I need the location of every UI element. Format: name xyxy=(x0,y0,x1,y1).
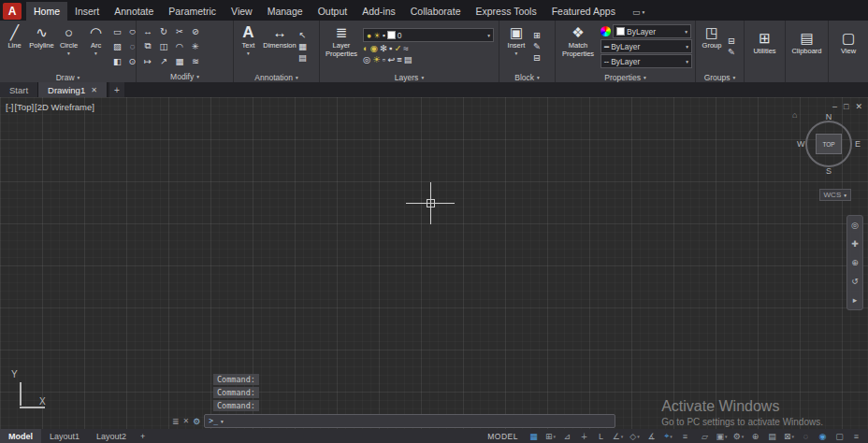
block-panel-label[interactable]: Block ▾ xyxy=(499,72,555,82)
layer-unisolate-button[interactable]: ◎ xyxy=(363,54,370,64)
lock-ui-icon[interactable]: ⊠▾ xyxy=(781,432,797,441)
pan-icon[interactable]: ✚ xyxy=(851,239,859,249)
view-panel-button[interactable]: ▢ View xyxy=(830,27,867,77)
ungroup-button[interactable]: ⊟ xyxy=(728,36,735,46)
move-button[interactable]: ↔ xyxy=(140,24,155,38)
arc-button[interactable]: ◠ Arc ▾ xyxy=(83,21,108,71)
workspace-switching-icon[interactable]: ⚙▾ xyxy=(731,432,746,441)
transparency-display-icon[interactable]: ▱ xyxy=(697,432,713,441)
viewcube-east[interactable]: E xyxy=(855,139,861,149)
hatch-button[interactable]: ▨ xyxy=(110,39,124,53)
infer-constraints-icon[interactable]: ⊿ xyxy=(559,432,575,441)
markup-button[interactable]: ▤ xyxy=(298,52,307,63)
clean-screen-icon[interactable]: ▢ xyxy=(832,432,847,441)
ortho-mode-icon[interactable]: L xyxy=(593,432,609,441)
layer-thaw-button[interactable]: ☀ xyxy=(372,54,381,64)
viewport-restore-icon[interactable]: □ xyxy=(844,102,848,111)
viewport-minimize-icon[interactable]: – xyxy=(832,102,837,111)
viewport-visual-style-control[interactable]: [2D Wireframe] xyxy=(35,102,94,112)
fillet-button[interactable]: ◠ xyxy=(172,39,187,53)
ribbon-display-toggle[interactable]: ▭ ▾ xyxy=(629,4,648,21)
offset-button[interactable]: ≋ xyxy=(188,54,203,68)
text-button[interactable]: A Text ▾ xyxy=(236,21,261,71)
isolate-objects-icon[interactable]: ◌ xyxy=(798,432,814,441)
trim-button[interactable]: ✂ xyxy=(172,24,187,38)
autocad-logo-icon[interactable]: A xyxy=(3,3,22,20)
layer-freeze-button[interactable]: ✻ xyxy=(380,43,387,53)
block-edit-button[interactable]: ✎ xyxy=(533,41,541,51)
modify-panel-label[interactable]: Modify ▾ xyxy=(137,71,233,82)
viewcube-north[interactable]: N xyxy=(826,112,832,121)
close-file-tab-icon[interactable]: ✕ xyxy=(91,86,97,94)
multileader-button[interactable]: ↖ xyxy=(298,30,307,40)
model-space-label[interactable]: MODEL xyxy=(487,432,518,441)
layer-previous-button[interactable]: ↩ xyxy=(387,54,395,64)
layer-isolate-button[interactable]: ◉ xyxy=(370,43,378,53)
menu-tab-output[interactable]: Output xyxy=(311,2,355,21)
layout2-tab[interactable]: Layout2 xyxy=(88,429,135,443)
viewport-view-control[interactable]: [Top] xyxy=(14,102,34,112)
file-tab-start[interactable]: Start xyxy=(0,82,38,97)
new-drawing-tab-button[interactable]: + xyxy=(109,82,124,97)
layer-make-current-button[interactable]: ✓ xyxy=(394,43,401,53)
menu-tab-parametric[interactable]: Parametric xyxy=(161,2,224,21)
layer-dropdown-caret-icon[interactable]: ▾ xyxy=(487,34,490,38)
model-tab[interactable]: Model xyxy=(0,429,41,443)
annotation-monitor-icon[interactable]: ⊕ xyxy=(747,432,763,441)
viewcube[interactable]: ⌂ N S W E TOP xyxy=(799,114,859,174)
customize-menu-icon[interactable]: ≡ xyxy=(848,432,864,441)
polyline-button[interactable]: ∿ Polyline xyxy=(29,21,54,71)
menu-tab-featured-apps[interactable]: Featured Apps xyxy=(544,2,623,21)
snap-mode-icon[interactable]: ⊞▾ xyxy=(542,432,558,441)
utilities-panel-button[interactable]: ⊞ Utilities xyxy=(745,27,785,77)
viewport-menu-control[interactable]: [-] xyxy=(6,102,13,112)
layer-unlock-button[interactable]: ▫ xyxy=(383,54,385,64)
properties-panel-label[interactable]: Properties ▾ xyxy=(556,72,695,82)
match-properties-button[interactable]: ❖ Match Properties xyxy=(557,21,599,71)
file-tab-drawing1[interactable]: Drawing1 ✕ xyxy=(38,82,108,97)
block-create-button[interactable]: ⊞ xyxy=(533,30,541,40)
table-button[interactable]: ▦ xyxy=(298,41,307,51)
navigation-wheel-icon[interactable]: ◎ xyxy=(851,221,859,230)
menu-tab-insert[interactable]: Insert xyxy=(67,2,107,21)
command-input-field[interactable]: >_ ▾ xyxy=(204,414,615,428)
block-attributes-button[interactable]: ⊟ xyxy=(533,52,541,63)
menu-tab-collaborate[interactable]: Collaborate xyxy=(403,2,469,21)
scale-button[interactable]: ↗ xyxy=(156,54,171,68)
recent-commands-caret-icon[interactable]: ▾ xyxy=(221,420,224,424)
new-layout-button[interactable]: + xyxy=(135,429,151,443)
polar-tracking-icon[interactable]: ∠▾ xyxy=(610,432,626,441)
layer-states-button[interactable]: ▤ xyxy=(404,54,412,64)
selection-cycling-icon[interactable]: ▣▾ xyxy=(714,432,730,441)
linetype-dropdown[interactable]: ╌ ByLayer ▾ xyxy=(600,54,692,68)
circle-button[interactable]: ○ Circle ▾ xyxy=(56,21,81,71)
layout1-tab[interactable]: Layout1 xyxy=(41,429,88,443)
viewport-close-icon[interactable]: ✕ xyxy=(855,102,862,111)
dynamic-input-icon[interactable]: ∔ xyxy=(576,432,592,441)
viewcube-west[interactable]: W xyxy=(797,139,805,149)
line-button[interactable]: ╱ Line xyxy=(2,21,27,71)
dimension-button[interactable]: ↔ Dimension xyxy=(263,21,297,71)
mirror-button[interactable]: ◫ xyxy=(156,39,171,53)
layer-match-button[interactable]: ≈ xyxy=(403,43,408,53)
group-edit-button[interactable]: ✎ xyxy=(728,47,735,57)
quick-properties-icon[interactable]: ▤ xyxy=(764,432,780,441)
array-button[interactable]: ▦ xyxy=(172,54,187,68)
layer-off-button[interactable]: ◐ xyxy=(363,43,369,53)
showmotion-icon[interactable]: ▸ xyxy=(853,295,858,305)
grid-display-icon[interactable]: ▦ xyxy=(526,432,542,441)
menu-tab-manage[interactable]: Manage xyxy=(260,2,311,21)
menu-tab-annotate[interactable]: Annotate xyxy=(107,2,161,21)
viewcube-south[interactable]: S xyxy=(826,166,832,176)
lineweight-dropdown[interactable]: ━ ByLayer ▾ xyxy=(600,39,692,53)
menu-tab-view[interactable]: View xyxy=(224,2,260,21)
stretch-button[interactable]: ↦ xyxy=(140,54,155,68)
zoom-icon[interactable]: ⊕ xyxy=(851,258,859,267)
layers-panel-label[interactable]: Layers ▾ xyxy=(320,72,499,82)
draw-panel-label[interactable]: Draw ▾ xyxy=(0,72,136,82)
insert-block-button[interactable]: ▣ Insert ▾ xyxy=(501,21,531,71)
rectangle-button[interactable]: ▭ xyxy=(110,24,124,38)
layer-properties-button[interactable]: ≣ Layer Properties xyxy=(322,21,361,71)
explode-button[interactable]: ✳ xyxy=(188,39,203,53)
object-snap-icon[interactable]: ⌖▾ xyxy=(660,431,676,441)
